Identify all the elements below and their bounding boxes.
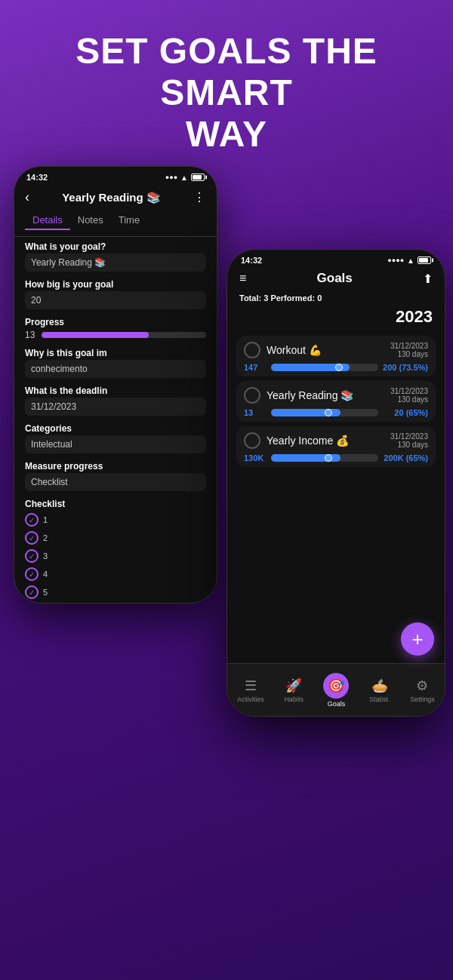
goal-name-row-workout: Workout 💪 — [244, 342, 322, 358]
goal-start-income: 130K — [244, 453, 267, 462]
share-icon[interactable]: ⬆ — [423, 272, 433, 286]
check-item-3[interactable]: 3 — [25, 547, 206, 565]
check-item-5[interactable]: 5 — [25, 583, 206, 601]
progress-number: 13 — [25, 330, 37, 340]
goal-value: Yearly Reading 📚 — [25, 253, 206, 272]
check-label-2: 2 — [43, 533, 48, 542]
signal-front: ●●●● — [387, 257, 404, 264]
nav-statist-label: Statist. — [369, 696, 390, 703]
notch-front — [302, 250, 370, 266]
headline-line1: SET GOALS THE SMART — [23, 30, 430, 113]
habits-icon: 🚀 — [285, 677, 302, 694]
tab-time[interactable]: Time — [111, 211, 147, 230]
field-categories: Categories Intelectual — [14, 419, 217, 456]
goal-name-reading: Yearly Reading 📚 — [267, 389, 353, 401]
statist-icon: 🥧 — [371, 677, 388, 694]
tabs-row: Details Notes Time — [14, 211, 217, 237]
nav-settings[interactable]: ⚙ Settings — [410, 677, 435, 703]
check-item-6[interactable]: 6 — [25, 601, 206, 604]
goal-pin-income — [325, 454, 332, 462]
fab-add-goal[interactable]: + — [401, 622, 434, 656]
deadline-value: 31/12/2023 — [25, 398, 206, 416]
goal-meta-workout: 31/12/2023 130 days — [390, 342, 428, 358]
goal-progress-reading: 13 20 (65%) — [244, 408, 428, 417]
size-label: How big is your goal — [25, 279, 206, 290]
progress-row: 13 — [25, 330, 206, 340]
tab-details[interactable]: Details — [25, 211, 70, 230]
goal-progress-income: 130K 200K (65%) — [244, 453, 428, 462]
goal-circle-reading[interactable] — [244, 387, 260, 404]
total-value: 3 — [263, 293, 268, 303]
goal-end-workout: 200 (73.5%) — [383, 363, 428, 372]
tab-notes[interactable]: Notes — [70, 211, 111, 230]
check-circle-5[interactable] — [25, 585, 39, 599]
goal-start-workout: 147 — [244, 363, 267, 372]
headline: SET GOALS THE SMART WAY — [0, 0, 453, 171]
phone-front: 14:32 ●●●● ▲ ≡ Goals ⬆ Total: 3 Performe… — [226, 249, 445, 717]
notch-back — [82, 167, 149, 183]
nav-statist[interactable]: 🥧 Statist. — [369, 677, 390, 703]
goal-name-workout: Workout 💪 — [267, 344, 322, 356]
nav-habits[interactable]: 🚀 Habits — [284, 677, 304, 703]
check-item-2[interactable]: 2 — [25, 529, 206, 547]
battery-back — [191, 174, 205, 181]
check-circle-3[interactable] — [25, 549, 39, 563]
goal-circle-workout[interactable] — [244, 342, 260, 358]
activities-icon: ☰ — [245, 677, 257, 694]
back-button[interactable]: ‹ — [25, 189, 29, 205]
headline-line2: WAY — [23, 113, 430, 155]
deadline-label: What is the deadlin — [25, 386, 206, 396]
measure-label: Measure progress — [25, 461, 206, 472]
year-label: 2023 — [227, 306, 445, 331]
nav-habits-label: Habits — [284, 696, 304, 703]
nav-settings-label: Settings — [410, 696, 435, 703]
check-circle-2[interactable] — [25, 531, 39, 545]
checklist-section: Checklist 1 2 3 4 5 6 — [14, 494, 217, 604]
measure-value: Checklist — [25, 473, 206, 491]
progress-label: Progress — [25, 317, 206, 327]
goal-end-reading: 20 (65%) — [383, 408, 428, 417]
goal-start-reading: 13 — [244, 408, 267, 417]
goal-date-workout: 31/12/2023 — [390, 342, 428, 350]
goal-card-workout: Workout 💪 31/12/2023 130 days 147 200 (7… — [236, 336, 436, 376]
nav-activities[interactable]: ☰ Activities — [237, 677, 264, 703]
nav-activities-label: Activities — [237, 696, 264, 703]
phone-back-title: Yearly Reading 📚 — [62, 191, 161, 204]
nav-goals[interactable]: 🎯 Goals — [323, 673, 349, 708]
more-button-back[interactable]: ⋮ — [193, 190, 206, 204]
status-icons-front: ●●●● ▲ — [387, 257, 431, 265]
check-circle-4[interactable] — [25, 567, 39, 581]
time-back: 14:32 — [26, 173, 48, 182]
goals-screen-title: Goals — [317, 271, 353, 286]
field-size: How big is your goal 20 — [14, 275, 217, 312]
why-value: conhecimento — [25, 360, 206, 378]
check-item-4[interactable]: 4 — [25, 565, 206, 583]
goal-name-row-income: Yearly Income 💰 — [244, 432, 349, 449]
back-header: ‹ Yearly Reading 📚 ⋮ — [14, 183, 217, 211]
goal-date-reading: 31/12/2023 — [390, 387, 428, 395]
goal-card-header-reading: Yearly Reading 📚 31/12/2023 130 days — [244, 387, 428, 404]
goal-card-income: Yearly Income 💰 31/12/2023 130 days 130K… — [236, 426, 436, 467]
goal-label: What is your goal? — [25, 241, 206, 252]
field-deadline: What is the deadlin 31/12/2023 — [14, 381, 217, 419]
time-front: 14:32 — [241, 256, 262, 265]
goal-bar-workout — [271, 364, 378, 371]
goal-date-income: 31/12/2023 — [390, 432, 428, 441]
wifi-front: ▲ — [407, 257, 414, 265]
signal-back: ●●● — [165, 174, 177, 181]
status-icons-back: ●●● ▲ — [165, 174, 205, 182]
goals-icon: 🎯 — [328, 677, 344, 694]
check-label-5: 5 — [43, 588, 48, 597]
goals-header: ≡ Goals ⬆ — [227, 268, 445, 293]
field-goal: What is your goal? Yearly Reading 📚 — [14, 237, 217, 275]
categories-label: Categories — [25, 423, 206, 434]
filter-icon[interactable]: ≡ — [239, 272, 246, 285]
goal-circle-income[interactable] — [244, 432, 260, 449]
bottom-nav: ☰ Activities 🚀 Habits 🎯 Goals 🥧 Statist.… — [227, 663, 445, 716]
goal-meta-reading: 31/12/2023 130 days — [390, 387, 428, 404]
check-item-1[interactable]: 1 — [25, 511, 206, 529]
goal-bar-reading — [271, 409, 378, 416]
check-circle-1[interactable] — [25, 513, 39, 527]
goal-name-row-reading: Yearly Reading 📚 — [244, 387, 353, 404]
performed-value: 0 — [317, 293, 322, 303]
